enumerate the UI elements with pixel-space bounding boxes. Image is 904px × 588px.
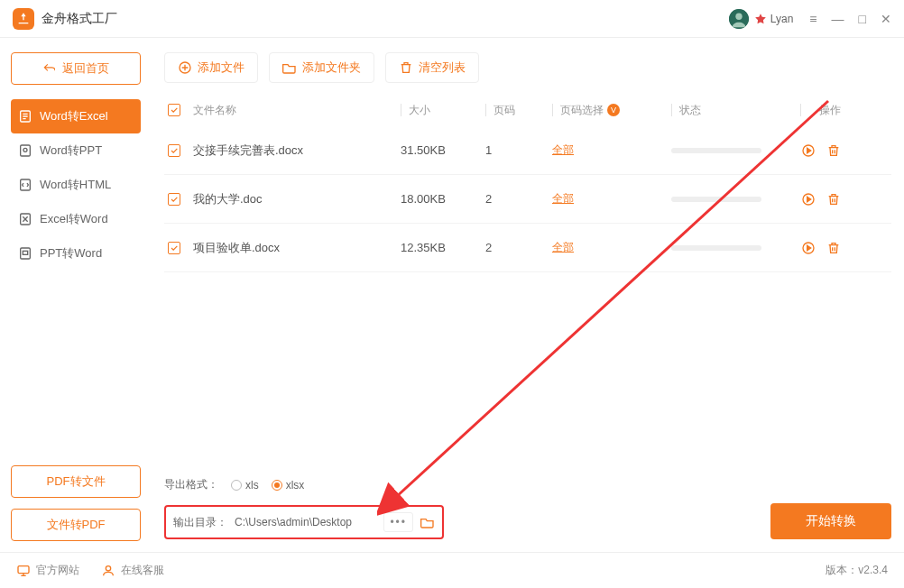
- sidebar-item-label: Excel转Word: [40, 211, 108, 227]
- row-checkbox[interactable]: [168, 144, 180, 157]
- th-page: 页码: [494, 103, 515, 118]
- cell-name: 项目验收单.docx: [193, 240, 401, 256]
- cell-page: 1: [485, 143, 552, 157]
- back-label: 返回首页: [62, 60, 109, 77]
- back-arrow-icon: [42, 62, 55, 75]
- cell-size: 31.50KB: [401, 143, 485, 157]
- cell-size: 18.00KB: [401, 192, 485, 206]
- svg-rect-8: [23, 251, 27, 254]
- file-icon: [18, 246, 32, 261]
- status-bar: [671, 245, 761, 251]
- cell-page: 2: [485, 241, 552, 254]
- svg-rect-14: [18, 565, 29, 573]
- th-size: 大小: [409, 103, 430, 118]
- trash-icon: [399, 60, 413, 75]
- output-label: 输出目录：: [173, 515, 227, 530]
- sidebar-item-word-html[interactable]: Word转HTML: [11, 168, 141, 202]
- pdf-to-file-button[interactable]: PDF转文件: [11, 465, 141, 498]
- sidebar-item-label: Word转HTML: [40, 177, 111, 193]
- v-badge-icon: V: [607, 104, 620, 116]
- sidebar-item-word-excel[interactable]: Word转Excel: [11, 99, 141, 133]
- vip-icon: [754, 13, 767, 25]
- play-button[interactable]: [801, 241, 816, 255]
- username[interactable]: Lyan: [770, 13, 794, 25]
- cell-size: 12.35KB: [401, 241, 485, 254]
- app-logo: [13, 8, 34, 30]
- open-folder-button[interactable]: [420, 515, 435, 529]
- status-bar: [671, 197, 761, 202]
- cell-page: 2: [485, 192, 552, 206]
- cell-name: 交接手续完善表.docx: [193, 142, 401, 159]
- th-ops: 操作: [819, 103, 841, 118]
- svg-rect-7: [21, 248, 31, 259]
- delete-button[interactable]: [826, 143, 841, 158]
- sidebar-item-label: Word转PPT: [40, 142, 102, 159]
- back-button[interactable]: 返回首页: [11, 52, 141, 85]
- minimize-icon[interactable]: —: [832, 12, 844, 26]
- folder-icon: [282, 60, 297, 75]
- delete-button[interactable]: [826, 241, 841, 255]
- page-select-link[interactable]: 全部: [552, 142, 574, 158]
- row-checkbox[interactable]: [168, 193, 180, 206]
- play-button[interactable]: [801, 143, 816, 158]
- svg-point-15: [106, 565, 110, 570]
- th-name: 文件名称: [193, 103, 401, 118]
- monitor-icon: [16, 564, 31, 578]
- cell-name: 我的大学.doc: [193, 191, 401, 207]
- add-folder-label: 添加文件夹: [302, 60, 361, 76]
- avatar[interactable]: [729, 9, 749, 29]
- file-icon: [18, 143, 32, 158]
- close-icon[interactable]: ✕: [881, 12, 891, 26]
- add-file-button[interactable]: 添加文件: [164, 52, 258, 83]
- page-select-link[interactable]: 全部: [552, 191, 574, 207]
- status-bar: [671, 148, 761, 153]
- folder-open-icon: [420, 515, 435, 529]
- radio-xls[interactable]: xls: [231, 479, 259, 492]
- headset-icon: [101, 564, 115, 578]
- maximize-icon[interactable]: □: [859, 12, 866, 26]
- sidebar-item-label: PPT转Word: [40, 245, 102, 262]
- clear-list-button[interactable]: 清空列表: [385, 52, 479, 83]
- app-title: 金舟格式工厂: [42, 11, 117, 27]
- format-label: 导出格式：: [164, 477, 218, 492]
- delete-button[interactable]: [826, 192, 841, 207]
- row-checkbox[interactable]: [168, 242, 180, 254]
- table-header: 文件名称 大小 页码 页码选择V 状态 操作: [164, 94, 891, 126]
- menu-icon[interactable]: ≡: [809, 12, 816, 26]
- official-site-link[interactable]: 官方网站: [16, 563, 79, 578]
- sidebar-item-ppt-word[interactable]: PPT转Word: [11, 236, 141, 271]
- output-path: C:\Users\admin\Desktop: [235, 516, 376, 528]
- radio-xlsx[interactable]: xlsx: [272, 479, 305, 492]
- svg-point-4: [23, 148, 27, 152]
- sidebar-item-label: Word转Excel: [40, 108, 108, 124]
- clear-label: 清空列表: [419, 60, 466, 76]
- svg-rect-3: [21, 145, 31, 156]
- th-status: 状态: [679, 103, 701, 118]
- svg-point-1: [735, 13, 742, 19]
- output-dir-box: 输出目录： C:\Users\admin\Desktop •••: [164, 505, 444, 539]
- sidebar-item-word-ppt[interactable]: Word转PPT: [11, 133, 141, 168]
- titlebar: 金舟格式工厂 Lyan ≡ — □ ✕: [0, 0, 904, 38]
- file-icon: [18, 109, 32, 124]
- play-button[interactable]: [801, 192, 816, 207]
- file-icon: [18, 178, 32, 192]
- checkbox-all[interactable]: [168, 104, 180, 116]
- version: 版本：v2.3.4: [826, 563, 888, 578]
- plus-circle-icon: [178, 60, 192, 75]
- browse-button[interactable]: •••: [383, 512, 413, 532]
- bottom-area: 导出格式： xls xlsx 输出目录： C:\Users\admin\Desk…: [164, 470, 891, 552]
- table-row: 项目验收单.docx 12.35KB 2 全部: [164, 224, 891, 272]
- add-file-label: 添加文件: [198, 60, 244, 76]
- convert-button[interactable]: 开始转换: [770, 503, 891, 539]
- file-icon: [18, 212, 32, 226]
- sidebar-item-excel-word[interactable]: Excel转Word: [11, 202, 141, 236]
- support-link[interactable]: 在线客服: [101, 563, 164, 578]
- table-row: 交接手续完善表.docx 31.50KB 1 全部: [164, 126, 891, 175]
- page-select-link[interactable]: 全部: [552, 240, 574, 255]
- table-row: 我的大学.doc 18.00KB 2 全部: [164, 175, 891, 224]
- file-to-pdf-button[interactable]: 文件转PDF: [11, 509, 141, 541]
- th-select: 页码选择: [560, 103, 604, 118]
- sidebar: 返回首页 Word转Excel Word转PPT Word转HTML Excel…: [0, 38, 152, 552]
- main: 添加文件 添加文件夹 清空列表 文件名称 大小 页码 页码选择V 状态 操作 交…: [152, 38, 904, 552]
- add-folder-button[interactable]: 添加文件夹: [269, 52, 374, 83]
